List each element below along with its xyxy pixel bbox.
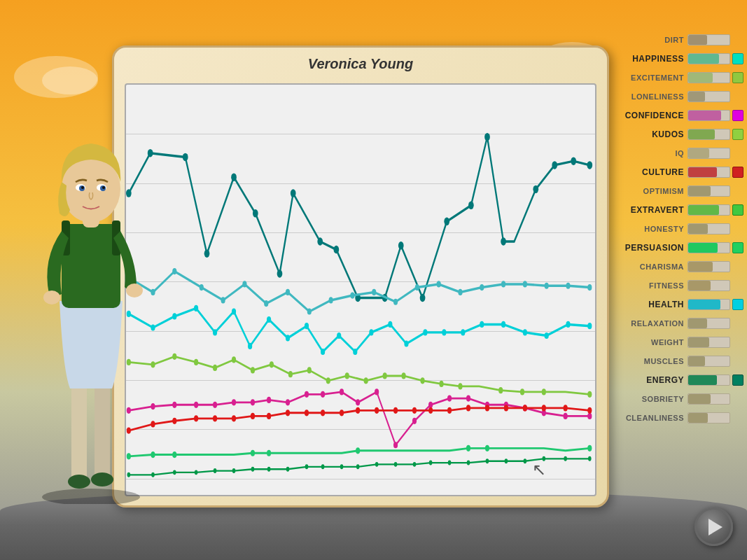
stat-extravert[interactable]: EXTRAVERT [624, 202, 743, 218]
stat-loneliness[interactable]: LONELINESS [624, 88, 743, 105]
svg-point-113 [213, 402, 217, 408]
stat-happiness-label: HAPPINESS [624, 54, 687, 64]
svg-point-152 [466, 405, 470, 411]
svg-point-93 [251, 367, 255, 373]
svg-rect-5 [62, 224, 120, 308]
stat-dirt[interactable]: DIRT [624, 31, 743, 48]
svg-point-69 [267, 316, 271, 323]
svg-point-27 [333, 246, 339, 253]
svg-point-57 [501, 281, 505, 287]
svg-point-43 [200, 284, 204, 290]
svg-point-145 [340, 410, 344, 416]
stat-optimism-label: OPTIMISM [624, 187, 687, 195]
stat-muscles-bar [687, 356, 730, 367]
svg-point-102 [420, 377, 424, 384]
svg-point-162 [251, 450, 255, 456]
stat-confidence[interactable]: CONFIDENCE [624, 107, 743, 124]
stats-sidebar: DIRT HAPPINESS EXCITEMENT LONELINESS CON… [624, 31, 747, 426]
svg-point-116 [267, 397, 271, 403]
svg-point-141 [267, 413, 271, 419]
svg-point-165 [466, 445, 470, 451]
svg-point-136 [172, 418, 176, 424]
svg-point-72 [321, 349, 325, 355]
svg-point-34 [484, 133, 490, 141]
stat-kudos-label: KUDOS [624, 130, 687, 139]
svg-point-48 [307, 308, 312, 314]
svg-point-17 [126, 284, 143, 298]
svg-point-45 [242, 281, 246, 287]
stat-relaxation[interactable]: RELAXATION [624, 315, 743, 332]
svg-point-156 [542, 405, 546, 411]
svg-point-105 [498, 387, 503, 393]
svg-point-158 [587, 407, 592, 414]
stat-fitness-bar [687, 280, 730, 291]
stat-relaxation-label: RELAXATION [624, 319, 687, 328]
stat-happiness[interactable]: HAPPINESS [624, 50, 743, 67]
stat-kudos[interactable]: KUDOS [624, 126, 743, 143]
svg-point-157 [564, 405, 568, 411]
svg-point-54 [437, 281, 441, 287]
svg-point-36 [533, 186, 538, 193]
chart-svg [126, 85, 595, 495]
stat-energy-label: ENERGY [624, 375, 687, 385]
stat-fitness-label: FITNESS [624, 281, 687, 290]
svg-point-23 [253, 209, 258, 217]
stat-energy-bar [687, 374, 730, 386]
stat-weight[interactable]: WEIGHT [624, 334, 743, 351]
stat-culture[interactable]: CULTURE [624, 164, 743, 181]
svg-point-3 [68, 475, 90, 489]
svg-point-192 [588, 456, 592, 461]
svg-point-67 [232, 308, 236, 314]
stat-iq[interactable]: IQ [624, 145, 743, 162]
play-button[interactable] [694, 507, 733, 546]
stat-extravert-bar [687, 204, 730, 216]
svg-point-25 [291, 189, 296, 197]
stat-health[interactable]: HEALTH [624, 296, 743, 313]
svg-point-154 [504, 405, 508, 411]
stat-fitness[interactable]: FITNESS [624, 277, 743, 294]
stat-optimism[interactable]: OPTIMISM [624, 183, 743, 200]
svg-point-71 [305, 323, 309, 329]
stat-muscles[interactable]: MUSCLES [624, 353, 743, 370]
svg-point-52 [393, 299, 398, 305]
svg-point-187 [486, 458, 489, 463]
svg-point-31 [420, 294, 426, 302]
svg-point-142 [286, 410, 290, 416]
stat-sobriety[interactable]: SOBRIETY [624, 391, 743, 407]
stat-health-bar [687, 299, 730, 310]
svg-point-90 [194, 359, 198, 365]
svg-point-148 [393, 407, 398, 414]
svg-point-190 [543, 456, 546, 461]
stat-energy[interactable]: ENERGY [624, 372, 743, 388]
svg-point-82 [501, 321, 505, 328]
svg-point-132 [564, 413, 568, 419]
stat-charisma[interactable]: CHARISMA [624, 258, 743, 275]
svg-point-32 [444, 218, 449, 225]
stat-dirt-bar [687, 34, 730, 46]
stat-cleanliness[interactable]: CLEANLINESS [624, 410, 743, 426]
svg-point-97 [326, 377, 330, 384]
svg-point-191 [564, 456, 567, 461]
svg-point-74 [353, 349, 357, 355]
stat-cleanliness-bar [687, 412, 730, 424]
svg-point-174 [251, 467, 255, 472]
stat-confidence-label: CONFIDENCE [624, 111, 687, 120]
svg-point-176 [286, 467, 290, 472]
svg-point-143 [305, 410, 309, 416]
svg-point-140 [251, 413, 255, 419]
svg-point-60 [566, 283, 570, 289]
svg-point-177 [305, 464, 309, 469]
stat-relaxation-bar [687, 318, 730, 329]
svg-point-163 [267, 450, 271, 456]
stat-persuasion[interactable]: PERSUASION [624, 239, 743, 256]
svg-point-78 [423, 329, 427, 335]
svg-point-26 [317, 237, 323, 245]
svg-point-126 [447, 396, 452, 402]
svg-point-100 [383, 372, 387, 379]
svg-point-189 [524, 458, 527, 463]
svg-point-92 [232, 356, 236, 363]
stat-honesty[interactable]: HONESTY [624, 220, 743, 237]
svg-point-108 [587, 391, 592, 398]
stat-excitement[interactable]: EXCITEMENT [624, 69, 743, 86]
stat-cleanliness-label: CLEANLINESS [624, 414, 687, 422]
